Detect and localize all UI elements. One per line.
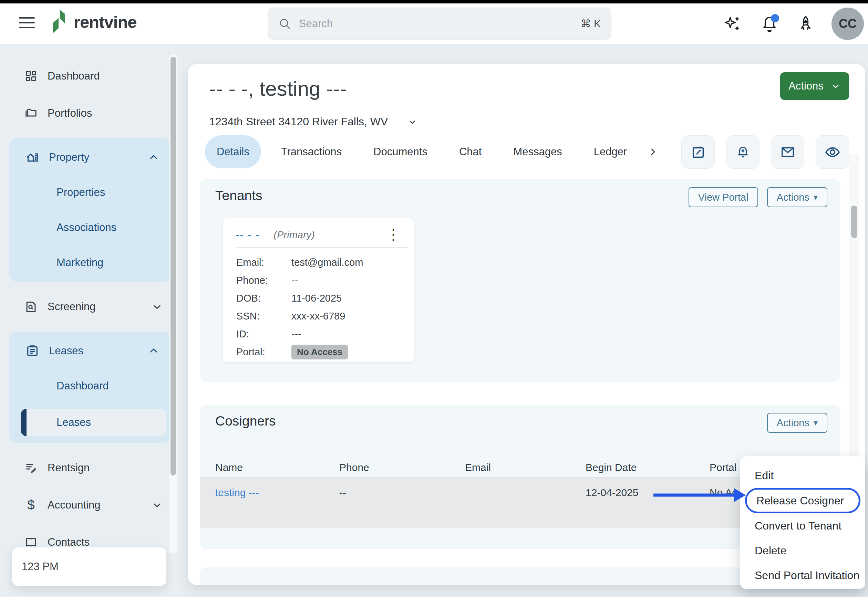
tenants-actions-button[interactable]: Actions ▾	[767, 187, 827, 207]
actions-button-label: Actions	[788, 80, 823, 92]
tab-ledger[interactable]: Ledger	[582, 135, 639, 168]
address-row[interactable]: 1234th Street 34120 River Falls, WV	[209, 115, 418, 128]
tenant-field-ssn: SSN: xxx-xx-6789	[223, 307, 414, 325]
rentsign-lines-pen-icon	[24, 461, 38, 475]
rocket-icon[interactable]	[795, 13, 816, 34]
search-icon	[278, 17, 291, 30]
brand-name: rentvine	[74, 12, 137, 32]
clock-widget: 123 PM	[12, 547, 166, 586]
sidebar-item-dashboard[interactable]: Dashboard	[11, 64, 171, 89]
sidebar-item-label: Leases	[49, 345, 138, 357]
divider	[236, 247, 407, 248]
sidebar-scrollbar-thumb[interactable]	[171, 57, 176, 475]
add-reminder-button[interactable]	[726, 135, 760, 169]
col-begin-date: Begin Date	[586, 462, 710, 474]
ai-sparkle-icon[interactable]	[723, 13, 744, 34]
sidebar-item-leases[interactable]: Leases	[12, 339, 168, 363]
field-value: 11-06-2025	[291, 293, 342, 304]
menu-item-delete[interactable]: Delete	[740, 538, 865, 563]
contacts-book-icon	[24, 535, 38, 549]
caret-down-icon: ▾	[814, 193, 818, 202]
annotation-arrow-icon	[653, 486, 746, 504]
field-value: xxx-xx-6789	[291, 310, 345, 322]
sidebar-item-marketing[interactable]: Marketing	[12, 250, 168, 275]
tenant-field-portal: Portal: No Access	[223, 343, 414, 361]
sidebar-item-associations[interactable]: Associations	[12, 215, 168, 240]
search-shortcut: ⌘ K	[581, 18, 601, 30]
tenant-name-link[interactable]: -- - -	[236, 229, 260, 241]
field-label: Phone:	[236, 275, 291, 286]
sidebar: Dashboard Portfolios Property Properties	[0, 44, 180, 597]
field-label: Portal:	[236, 346, 291, 358]
tenant-email-link[interactable]: test@gmail.com	[291, 257, 363, 268]
sidebar-scrollbar[interactable]	[169, 54, 177, 553]
sidebar-item-portfolios[interactable]: Portfolios	[11, 101, 171, 126]
view-portal-button[interactable]: View Portal	[688, 187, 758, 207]
screen-top-strip	[0, 0, 868, 3]
notification-badge	[771, 14, 779, 22]
active-indicator-bar	[21, 409, 27, 436]
hamburger-menu-icon[interactable]	[19, 16, 35, 30]
col-phone: Phone	[339, 462, 465, 474]
menu-item-convert-to-tenant[interactable]: Convert to Tenant	[740, 513, 865, 538]
user-avatar[interactable]: CC	[831, 7, 864, 40]
watch-eye-button[interactable]	[816, 135, 849, 169]
cosigners-actions-button[interactable]: Actions ▾	[767, 413, 827, 433]
field-label: DOB:	[236, 293, 291, 304]
tenants-actions-label: Actions	[777, 192, 809, 203]
page-actions-button[interactable]: Actions	[780, 72, 849, 100]
dollar-icon: $	[24, 498, 38, 512]
sidebar-item-property[interactable]: Property	[12, 145, 168, 170]
portal-access-badge: No Access	[291, 345, 348, 359]
dashboard-grid-icon	[24, 69, 38, 83]
release-cosigner-highlight-box: Release Cosigner	[745, 488, 861, 513]
menu-item-release-cosigner[interactable]: Release Cosigner	[757, 495, 844, 507]
cosigners-heading: Cosigners	[215, 413, 276, 429]
field-value: ---	[291, 328, 302, 340]
field-label: SSN:	[236, 310, 291, 322]
sidebar-item-accounting[interactable]: $ Accounting	[11, 493, 171, 517]
chevron-up-icon	[148, 152, 159, 163]
tab-documents[interactable]: Documents	[362, 135, 439, 168]
tab-messages[interactable]: Messages	[501, 135, 574, 168]
tab-details[interactable]: Details	[205, 135, 261, 168]
tenant-field-phone: Phone: --	[223, 271, 414, 289]
tenant-primary-tag: (Primary)	[274, 229, 383, 241]
col-name: Name	[215, 462, 339, 474]
tabs-overflow-chevron-icon[interactable]	[648, 147, 658, 157]
sidebar-item-properties[interactable]: Properties	[12, 180, 168, 205]
col-email: Email	[465, 462, 586, 474]
chevron-down-icon	[152, 500, 163, 511]
sidebar-item-leases-dashboard[interactable]: Dashboard	[12, 374, 168, 398]
tenant-field-id: ID: ---	[223, 325, 414, 343]
menu-item-edit[interactable]: Edit	[740, 463, 865, 488]
global-search-input[interactable]: Search ⌘ K	[268, 7, 611, 40]
field-value: --	[291, 275, 298, 286]
sidebar-item-rentsign[interactable]: Rentsign	[11, 456, 171, 480]
clock-text: 123 PM	[22, 560, 59, 573]
brand-logo[interactable]: rentvine	[48, 10, 137, 34]
cosigner-name-link[interactable]: testing ---	[215, 487, 339, 499]
email-button[interactable]	[771, 135, 804, 169]
rentvine-logo-icon	[48, 10, 70, 34]
edit-note-button[interactable]	[681, 135, 715, 169]
caret-down-icon: ▾	[814, 418, 818, 428]
tab-chat[interactable]: Chat	[447, 135, 493, 168]
tab-transactions[interactable]: Transactions	[269, 135, 354, 168]
sidebar-item-label: Dashboard	[48, 70, 163, 82]
tenant-field-email: Email: test@gmail.com	[223, 253, 414, 271]
chevron-up-icon	[148, 345, 159, 356]
content-scrollbar[interactable]	[849, 154, 859, 495]
sidebar-item-leases-leases-selected[interactable]: Leases	[21, 409, 166, 436]
sidebar-item-label: Screening	[48, 301, 142, 313]
content-scrollbar-thumb[interactable]	[851, 205, 857, 238]
notifications-bell-icon[interactable]	[759, 13, 780, 34]
sidebar-item-label: Leases	[56, 416, 91, 429]
sidebar-item-screening[interactable]: Screening	[11, 294, 171, 319]
menu-item-send-portal-invitation[interactable]: Send Portal Invitation	[740, 563, 865, 588]
property-address: 1234th Street 34120 River Falls, WV	[209, 115, 388, 128]
kebab-menu-icon[interactable]: ⋮	[383, 230, 404, 240]
sidebar-item-label: Portfolios	[48, 107, 163, 119]
chevron-down-icon[interactable]	[407, 117, 418, 127]
tab-bar: Details Transactions Documents Chat Mess…	[205, 135, 658, 168]
